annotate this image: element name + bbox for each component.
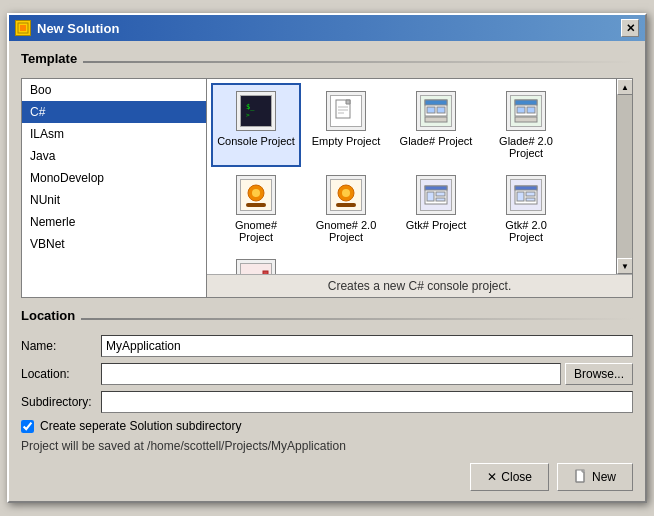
name-row: Name: — [21, 335, 633, 357]
template-list-item-nunit[interactable]: NUnit — [22, 189, 206, 211]
svg-rect-12 — [425, 100, 447, 105]
svg-rect-1 — [20, 25, 26, 31]
scroll-track[interactable] — [617, 95, 632, 258]
glade2-icon — [506, 91, 546, 131]
svg-point-24 — [252, 189, 260, 197]
template-section: Boo C# ILAsm Java MonoDevelop NUnit Neme… — [21, 78, 633, 298]
close-button[interactable]: ✕ Close — [470, 463, 549, 491]
template-header-label: Template — [21, 51, 77, 66]
template-item-label-gnome: Gnome# Project — [217, 219, 295, 243]
template-divider — [83, 61, 633, 63]
template-item-glade2[interactable]: Glade# 2.0 Project — [481, 83, 571, 167]
glade-icon — [416, 91, 456, 131]
template-item-gtk[interactable]: Gtk# Project — [391, 167, 481, 251]
template-item-label-gtk: Gtk# Project — [406, 219, 467, 231]
library-icon — [236, 259, 276, 274]
location-section-header: Location — [21, 308, 633, 329]
svg-rect-19 — [517, 107, 525, 113]
new-button-label: New — [592, 470, 616, 484]
template-item-label-glade: Glade# Project — [400, 135, 473, 147]
template-list-item-java[interactable]: Java — [22, 145, 206, 167]
checkbox-row: Create seperate Solution subdirectory — [21, 419, 633, 433]
location-header-label: Location — [21, 308, 75, 323]
title-bar: New Solution ✕ — [9, 15, 645, 41]
template-item-empty[interactable]: Empty Project — [301, 83, 391, 167]
dialog-content: Template Boo C# ILAsm Java MonoDevelop N… — [9, 41, 645, 501]
close-icon: ✕ — [487, 470, 497, 484]
gtk-icon — [416, 175, 456, 215]
template-scrollbar[interactable]: ▲ ▼ — [616, 79, 632, 274]
template-item-label-gtk2: Gtk# 2.0 Project — [487, 219, 565, 243]
svg-rect-39 — [517, 192, 524, 201]
subdirectory-row: Subdirectory: — [21, 391, 633, 413]
save-path-text: Project will be saved at /home/scottell/… — [21, 439, 633, 453]
gnome2-icon — [326, 175, 366, 215]
scroll-up-button[interactable]: ▲ — [617, 79, 632, 95]
template-description: Creates a new C# console project. — [207, 274, 632, 297]
button-row: ✕ Close New — [21, 463, 633, 491]
subdirectory-label: Subdirectory: — [21, 395, 101, 409]
subdirectory-input[interactable] — [101, 391, 633, 413]
gnome-icon — [236, 175, 276, 215]
console-icon: $_ > — [236, 91, 276, 131]
template-list-item-monodevelop[interactable]: MonoDevelop — [22, 167, 206, 189]
svg-rect-46 — [263, 271, 268, 274]
close-title-button[interactable]: ✕ — [621, 19, 639, 37]
svg-rect-38 — [515, 186, 537, 190]
template-item-label-empty: Empty Project — [312, 135, 380, 147]
svg-text:>: > — [246, 111, 250, 118]
template-list-item-nemerle[interactable]: Nemerle — [22, 211, 206, 233]
name-label: Name: — [21, 339, 101, 353]
app-icon — [15, 20, 31, 36]
template-list-item-ilasm[interactable]: ILAsm — [22, 123, 206, 145]
location-label: Location: — [21, 367, 101, 381]
svg-rect-25 — [246, 203, 266, 207]
template-list-item-boo[interactable]: Boo — [22, 79, 206, 101]
location-row: Location: Browse... — [21, 363, 633, 385]
gtk2-icon — [506, 175, 546, 215]
checkbox-label[interactable]: Create seperate Solution subdirectory — [40, 419, 241, 433]
template-item-library[interactable]: Library — [211, 251, 301, 274]
location-divider — [81, 318, 633, 320]
browse-button[interactable]: Browse... — [565, 363, 633, 385]
template-item-gtk2[interactable]: Gtk# 2.0 Project — [481, 167, 571, 251]
svg-rect-14 — [437, 107, 445, 113]
svg-rect-33 — [427, 192, 434, 201]
svg-rect-21 — [515, 117, 537, 122]
subdirectory-checkbox[interactable] — [21, 420, 34, 433]
template-section-header: Template — [21, 51, 633, 72]
template-item-gnome[interactable]: Gnome# Project — [211, 167, 301, 251]
template-item-console[interactable]: $_ > Console Project — [211, 83, 301, 167]
template-list-item-vbnet[interactable]: VBNet — [22, 233, 206, 255]
new-button[interactable]: New — [557, 463, 633, 491]
close-button-label: Close — [501, 470, 532, 484]
svg-rect-34 — [436, 192, 445, 196]
svg-rect-15 — [425, 117, 447, 122]
new-icon — [574, 469, 588, 486]
location-input[interactable] — [101, 363, 561, 385]
dialog-title: New Solution — [37, 21, 119, 36]
name-input[interactable] — [101, 335, 633, 357]
svg-rect-29 — [336, 203, 356, 207]
template-item-glade[interactable]: Glade# Project — [391, 83, 481, 167]
empty-icon — [326, 91, 366, 131]
template-item-gnome2[interactable]: Gnome# 2.0 Project — [301, 167, 391, 251]
svg-rect-18 — [515, 100, 537, 105]
template-item-label-console: Console Project — [217, 135, 295, 147]
template-item-label-glade2: Glade# 2.0 Project — [487, 135, 565, 159]
svg-rect-13 — [427, 107, 435, 113]
scroll-down-button[interactable]: ▼ — [617, 258, 632, 274]
svg-text:$_: $_ — [246, 103, 255, 111]
svg-rect-20 — [527, 107, 535, 113]
template-list-item-csharp[interactable]: C# — [22, 101, 206, 123]
svg-rect-40 — [526, 192, 535, 196]
svg-rect-35 — [436, 198, 445, 201]
svg-rect-32 — [425, 186, 447, 190]
dialog-window: New Solution ✕ Template Boo C# ILAsm Jav… — [7, 13, 647, 503]
svg-point-28 — [342, 189, 350, 197]
template-grid-area: $_ > Console Project — [207, 79, 632, 297]
location-section: Location Name: Location: Browse... Subdi… — [21, 308, 633, 453]
template-list[interactable]: Boo C# ILAsm Java MonoDevelop NUnit Neme… — [22, 79, 207, 297]
svg-rect-41 — [526, 198, 535, 201]
template-grid[interactable]: $_ > Console Project — [207, 79, 616, 274]
